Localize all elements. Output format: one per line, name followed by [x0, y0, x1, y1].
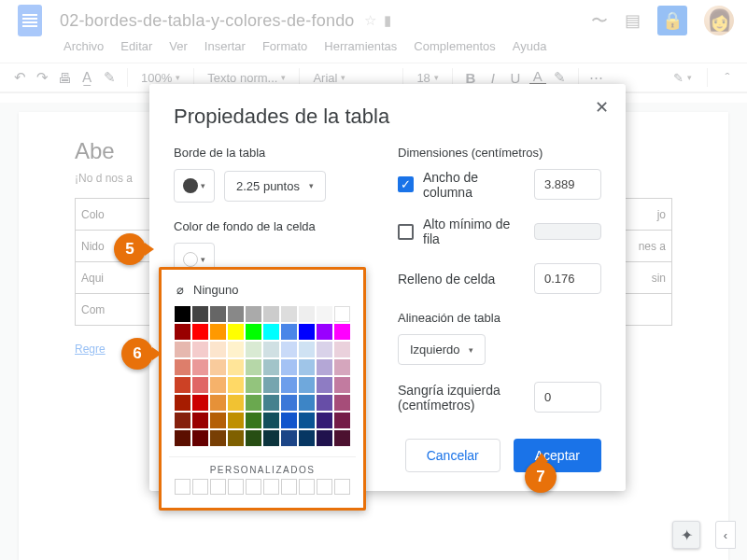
color-swatch[interactable]	[246, 306, 261, 322]
color-swatch[interactable]	[281, 359, 297, 375]
color-swatch[interactable]	[246, 413, 261, 428]
color-swatch[interactable]	[246, 359, 261, 375]
custom-color-slot[interactable]	[246, 479, 261, 495]
color-swatch[interactable]	[334, 430, 350, 446]
color-swatch[interactable]	[281, 324, 297, 340]
color-swatch[interactable]	[175, 306, 190, 322]
color-swatch[interactable]	[175, 395, 190, 411]
color-swatch[interactable]	[246, 395, 261, 411]
color-swatch[interactable]	[210, 413, 226, 428]
color-swatch[interactable]	[175, 324, 190, 340]
color-swatch[interactable]	[334, 395, 350, 411]
color-swatch[interactable]	[281, 395, 297, 411]
align-select[interactable]: Izquierdo	[398, 334, 486, 365]
custom-color-slot[interactable]	[210, 479, 226, 495]
color-swatch[interactable]	[281, 430, 297, 446]
color-swatch[interactable]	[175, 377, 190, 393]
color-swatch[interactable]	[210, 395, 226, 411]
color-swatch[interactable]	[263, 306, 279, 322]
color-swatch[interactable]	[210, 377, 226, 393]
color-swatch[interactable]	[246, 430, 261, 446]
row-height-checkbox[interactable]	[398, 224, 414, 240]
indent-input[interactable]: 0	[534, 382, 601, 413]
color-swatch[interactable]	[210, 324, 226, 340]
color-swatch[interactable]	[299, 413, 315, 428]
color-swatch[interactable]	[228, 342, 244, 357]
color-swatch[interactable]	[246, 377, 261, 393]
color-swatch[interactable]	[263, 377, 279, 393]
color-swatch[interactable]	[228, 359, 244, 375]
color-swatch[interactable]	[228, 395, 244, 411]
color-swatch[interactable]	[263, 359, 279, 375]
color-swatch[interactable]	[210, 359, 226, 375]
color-swatch[interactable]	[299, 395, 315, 411]
cancel-button[interactable]: Cancelar	[405, 439, 500, 472]
color-swatch[interactable]	[192, 324, 208, 340]
custom-color-slot[interactable]	[317, 479, 332, 495]
col-width-input[interactable]: 3.889	[534, 169, 601, 200]
color-swatch[interactable]	[317, 430, 332, 446]
color-swatch[interactable]	[317, 306, 332, 322]
color-swatch[interactable]	[263, 395, 279, 411]
color-swatch[interactable]	[263, 430, 279, 446]
color-swatch[interactable]	[210, 430, 226, 446]
color-swatch[interactable]	[192, 377, 208, 393]
color-swatch[interactable]	[263, 413, 279, 428]
color-swatch[interactable]	[334, 306, 350, 322]
color-swatch[interactable]	[299, 430, 315, 446]
color-swatch[interactable]	[334, 342, 350, 357]
color-swatch[interactable]	[317, 359, 332, 375]
color-swatch[interactable]	[281, 306, 297, 322]
color-swatch[interactable]	[228, 377, 244, 393]
color-swatch[interactable]	[192, 342, 208, 357]
color-swatch[interactable]	[334, 413, 350, 428]
color-swatch[interactable]	[210, 342, 226, 357]
color-swatch[interactable]	[334, 359, 350, 375]
color-swatch[interactable]	[281, 377, 297, 393]
custom-color-slot[interactable]	[334, 479, 350, 495]
custom-color-slot[interactable]	[281, 479, 297, 495]
color-swatch[interactable]	[317, 377, 332, 393]
color-swatch[interactable]	[175, 342, 190, 357]
row-height-input[interactable]	[534, 223, 601, 240]
custom-color-slot[interactable]	[299, 479, 315, 495]
color-swatch[interactable]	[281, 413, 297, 428]
color-none-option[interactable]: ⌀ Ninguno	[169, 277, 356, 306]
color-swatch[interactable]	[299, 324, 315, 340]
custom-color-slot[interactable]	[175, 479, 190, 495]
color-swatch[interactable]	[281, 342, 297, 357]
color-swatch[interactable]	[192, 430, 208, 446]
color-swatch[interactable]	[317, 395, 332, 411]
color-swatch[interactable]	[317, 324, 332, 340]
explore-button[interactable]: ✦	[672, 521, 700, 549]
color-swatch[interactable]	[334, 324, 350, 340]
color-swatch[interactable]	[192, 413, 208, 428]
color-swatch[interactable]	[228, 324, 244, 340]
color-swatch[interactable]	[263, 342, 279, 357]
color-swatch[interactable]	[175, 359, 190, 375]
color-swatch[interactable]	[299, 342, 315, 357]
color-swatch[interactable]	[210, 306, 226, 322]
color-swatch[interactable]	[246, 324, 261, 340]
close-icon[interactable]: ✕	[595, 97, 609, 118]
color-swatch[interactable]	[334, 377, 350, 393]
color-swatch[interactable]	[192, 395, 208, 411]
col-width-checkbox[interactable]: ✓	[398, 176, 414, 192]
color-swatch[interactable]	[246, 342, 261, 357]
padding-input[interactable]: 0.176	[534, 263, 601, 294]
color-swatch[interactable]	[175, 430, 190, 446]
color-swatch[interactable]	[299, 377, 315, 393]
chevron-left-icon[interactable]: ‹	[715, 521, 736, 549]
color-swatch[interactable]	[192, 359, 208, 375]
border-color-select[interactable]	[174, 169, 215, 203]
color-swatch[interactable]	[317, 413, 332, 428]
custom-color-slot[interactable]	[263, 479, 279, 495]
color-swatch[interactable]	[175, 413, 190, 428]
color-swatch[interactable]	[228, 413, 244, 428]
color-swatch[interactable]	[263, 324, 279, 340]
color-swatch[interactable]	[317, 342, 332, 357]
color-swatch[interactable]	[192, 306, 208, 322]
custom-color-slot[interactable]	[228, 479, 244, 495]
custom-color-slot[interactable]	[192, 479, 208, 495]
color-swatch[interactable]	[299, 359, 315, 375]
